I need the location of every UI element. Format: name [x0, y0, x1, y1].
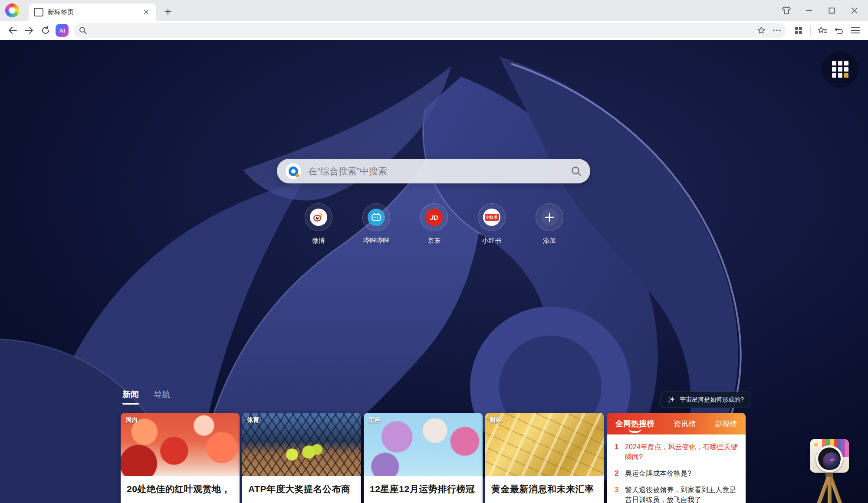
news-card-category: 财经: [490, 416, 502, 424]
minimize-icon[interactable]: [798, 0, 820, 21]
hot-tab-info[interactable]: 资讯榜: [674, 419, 696, 429]
news-card-title[interactable]: 黄金最新消息和未来汇率: [485, 476, 604, 496]
news-card[interactable]: 财经 黄金最新消息和未来汇率: [485, 413, 604, 503]
new-tab-page: 在“综合搜索”中搜索 微博: [0, 40, 868, 503]
search-engine-icon[interactable]: [286, 163, 301, 179]
camera-lens: [816, 445, 843, 472]
tab-news[interactable]: 新闻: [122, 389, 139, 400]
tab-new-tab-page[interactable]: ··· 新标签页: [29, 3, 156, 21]
quick-link-label: 京东: [405, 237, 463, 245]
maximize-icon[interactable]: [820, 0, 843, 21]
news-card-title[interactable]: ATP年度大奖提名公布商: [242, 476, 361, 496]
jd-icon: JD: [425, 209, 443, 226]
news-card-category: 体育: [247, 416, 259, 424]
quick-links-row: 微博 哔哩哔哩 JD 京东 小红书: [0, 203, 868, 290]
hot-rank: 1: [615, 442, 625, 462]
hot-item[interactable]: 2 奥运金牌成本价格是?: [615, 468, 738, 478]
back-icon[interactable]: [5, 23, 20, 38]
quick-link-add[interactable]: 添加: [521, 203, 578, 245]
quick-link-xiaohongshu[interactable]: 小红书 小红书: [463, 203, 520, 245]
ai-assistant-button[interactable]: AI: [56, 24, 69, 37]
search-icon: [79, 26, 87, 34]
news-card-image: 体育: [242, 413, 361, 476]
tab-title: 新标签页: [48, 8, 141, 16]
tripod-leg: [828, 474, 858, 503]
toolbar-divider: [810, 26, 811, 35]
news-card-title[interactable]: 12星座12月运势排行榜冠: [364, 476, 483, 496]
menu-icon[interactable]: [848, 23, 863, 38]
home-search-box[interactable]: 在“综合搜索”中搜索: [277, 159, 590, 183]
hot-search-panel: 全网热搜榜 资讯榜 影视榜 1 2024年盘点，风云变化，有哪些关键瞬间? 2 …: [607, 413, 746, 503]
hot-rank: 3: [615, 485, 625, 503]
hot-rank: 2: [615, 468, 625, 478]
bookmark-star-icon[interactable]: [757, 26, 765, 34]
reload-icon[interactable]: [38, 23, 53, 38]
new-tab-button[interactable]: [161, 5, 174, 18]
camera-body: [810, 439, 849, 473]
news-card[interactable]: 体育 ATP年度大奖提名公布商: [242, 413, 361, 503]
news-card-image: 财经: [485, 413, 604, 476]
close-window-icon[interactable]: [843, 0, 865, 21]
titlebar: ··· 新标签页: [0, 0, 868, 21]
wallpaper-apps-grid-button[interactable]: [822, 51, 858, 88]
news-card-image: 国内: [121, 413, 240, 476]
feed-tabs: 新闻 导航: [122, 389, 185, 400]
tripod-leg: [828, 475, 832, 503]
apps-grid-icon[interactable]: [791, 23, 806, 38]
tab-close-icon[interactable]: [141, 7, 151, 17]
camera-flash-dot: [814, 443, 818, 447]
hot-item-text[interactable]: 奥运金牌成本价格是?: [625, 468, 691, 478]
hot-item-text[interactable]: 警犬退役被领养，到家看到主人竟是昔日训练员，放飞自我了: [625, 485, 738, 503]
weibo-icon: [310, 209, 327, 226]
theme-shirt-icon[interactable]: [775, 0, 798, 21]
xiaohongshu-icon: 小红书: [483, 209, 500, 226]
bilibili-icon: [368, 209, 385, 226]
toolbar: AI: [0, 21, 868, 40]
hot-item[interactable]: 1 2024年盘点，风云变化，有哪些关键瞬间?: [615, 442, 738, 462]
quick-link-label: 微博: [290, 237, 347, 245]
tab-favicon-icon: ···: [34, 8, 43, 16]
quick-link-bilibili[interactable]: 哔哩哔哩: [348, 203, 405, 245]
browser-logo-icon[interactable]: [5, 3, 19, 17]
quick-link-label: 添加: [521, 237, 578, 245]
search-placeholder[interactable]: 在“综合搜索”中搜索: [308, 165, 571, 177]
news-card[interactable]: 国内 20处绝佳的红叶观赏地，: [121, 413, 240, 503]
window-controls: [775, 0, 865, 21]
add-plus-icon: [541, 209, 558, 226]
hot-list: 1 2024年盘点，风云变化，有哪些关键瞬间? 2 奥运金牌成本价格是? 3 警…: [607, 434, 746, 503]
tab-navigation[interactable]: 导航: [154, 389, 170, 400]
search-submit-icon[interactable]: [571, 166, 582, 176]
hot-tab-all[interactable]: 全网热搜榜: [615, 418, 654, 429]
quick-link-jd[interactable]: JD 京东: [405, 203, 463, 245]
undo-icon[interactable]: [832, 23, 846, 38]
camera-mascot[interactable]: [806, 437, 854, 503]
hot-item[interactable]: 3 警犬退役被领养，到家看到主人竟是昔日训练员，放飞自我了: [615, 485, 738, 503]
favorites-list-icon[interactable]: [815, 23, 830, 38]
quick-link-label: 哔哩哔哩: [348, 237, 405, 245]
quick-link-weibo[interactable]: 微博: [290, 203, 347, 245]
browser-window: ··· 新标签页: [0, 0, 868, 503]
hot-panel-header: 全网热搜榜 资讯榜 影视榜: [607, 413, 746, 434]
news-card-category: 国内: [125, 416, 138, 424]
address-bar[interactable]: [74, 23, 786, 38]
hot-tab-movies[interactable]: 影视榜: [715, 419, 737, 429]
forward-icon[interactable]: [22, 23, 36, 38]
quick-link-label: 小红书: [463, 237, 520, 245]
news-card[interactable]: 星座 12星座12月运势排行榜冠: [364, 413, 483, 503]
apps-grid-3x3-icon: [832, 61, 848, 78]
sparkles-icon: [667, 395, 676, 404]
news-card-title[interactable]: 20处绝佳的红叶观赏地，: [121, 476, 240, 496]
news-card-image: 星座: [364, 413, 483, 476]
more-dots-icon[interactable]: [773, 29, 781, 31]
news-card-category: 星座: [368, 416, 381, 424]
ai-suggestion-bubble[interactable]: 宇宙星河是如何形成的?: [661, 392, 750, 408]
toolbar-right: [790, 23, 864, 38]
ai-suggestion-text: 宇宙星河是如何形成的?: [680, 396, 744, 404]
hot-item-text[interactable]: 2024年盘点，风云变化，有哪些关键瞬间?: [625, 442, 738, 462]
